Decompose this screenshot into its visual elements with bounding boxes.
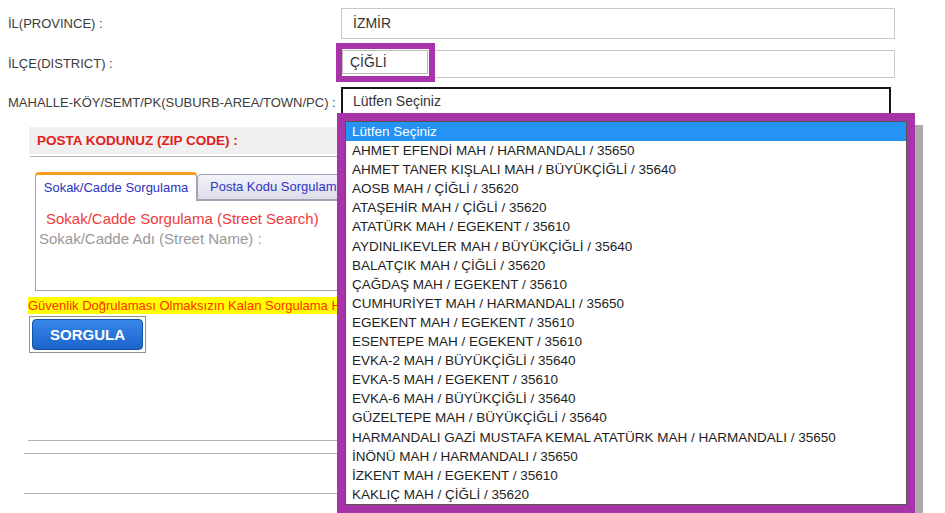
dropdown-option[interactable]: CUMHURİYET MAH / HARMANDALI / 35650 <box>346 294 906 313</box>
dropdown-option[interactable]: ATATÜRK MAH / EGEKENT / 35610 <box>346 217 906 236</box>
dropdown-option[interactable]: KAKLIÇ MAH / ÇİĞLİ / 35620 <box>346 485 906 504</box>
dropdown-option[interactable]: İZKENT MAH / EGEKENT / 35610 <box>346 466 906 485</box>
dropdown-option[interactable]: ATAŞEHİR MAH / ÇİĞLİ / 35620 <box>346 198 906 217</box>
remaining-query-notice: Güvenlik Doğrulaması Olmaksızın Kalan So… <box>28 297 339 314</box>
street-name-label: Sokak/Cadde Adı (Street Name) : <box>39 230 262 247</box>
dropdown-option[interactable]: İNÖNÜ MAH / HARMANDALI / 35650 <box>346 447 906 466</box>
dropdown-option[interactable]: AHMET EFENDİ MAH / HARMANDALI / 35650 <box>346 141 906 160</box>
tab-postal-code-search[interactable]: Posta Kodu Sorgulama <box>197 174 345 200</box>
dropdown-option[interactable]: EVKA-2 MAH / BÜYÜKÇİĞLİ / 35640 <box>346 351 906 370</box>
dropdown-option-selected[interactable]: Lütfen Seçiniz <box>346 122 906 141</box>
postal-code-lookup-page: İL(PROVINCE) : İZMİR İLÇE(DISTRICT) : Çİ… <box>0 0 945 513</box>
dropdown-option[interactable]: ÇAĞDAŞ MAH / EGEKENT / 35610 <box>346 275 906 294</box>
dropdown-option[interactable]: ESENTEPE MAH / EGEKENT / 35610 <box>346 332 906 351</box>
dropdown-option[interactable]: GÜZELTEPE MAH / BÜYÜKÇİĞLİ / 35640 <box>346 408 906 427</box>
dropdown-option[interactable]: EGEKENT MAH / EGEKENT / 35610 <box>346 313 906 332</box>
dropdown-option[interactable]: AYDINLIKEVLER MAH / BÜYÜKÇİĞLİ / 35640 <box>346 237 906 256</box>
dropdown-option[interactable]: AOSB MAH / ÇİĞLİ / 35620 <box>346 179 906 198</box>
province-label: İL(PROVINCE) : <box>8 16 103 31</box>
street-search-heading: Sokak/Cadde Sorgulama (Street Search) <box>46 210 319 227</box>
query-button[interactable]: SORGULA <box>32 319 143 350</box>
suburb-select[interactable]: Lütfen Seçiniz <box>341 87 891 116</box>
query-button-bezel: SORGULA <box>29 316 146 353</box>
suburb-dropdown-annotation: Lütfen Seçiniz AHMET EFENDİ MAH / HARMAN… <box>337 113 915 513</box>
suburb-dropdown-list: Lütfen Seçiniz AHMET EFENDİ MAH / HARMAN… <box>345 121 907 505</box>
suburb-label: MAHALLE-KÖY/SEMT/PK(SUBURB-AREA/TOWN/PC)… <box>8 95 336 110</box>
province-input[interactable]: İZMİR <box>341 8 895 39</box>
district-row-box[interactable] <box>341 50 895 78</box>
dropdown-option[interactable]: BALATÇIK MAH / ÇİĞLİ / 35620 <box>346 256 906 275</box>
tab-street-search[interactable]: Sokak/Cadde Sorgulama <box>35 172 197 201</box>
dropdown-option[interactable]: HARMANDALI GAZİ MUSTAFA KEMAL ATATÜRK MA… <box>346 428 906 447</box>
dropdown-option[interactable]: AHMET TANER KIŞLALI MAH / BÜYÜKÇİĞLİ / 3… <box>346 160 906 179</box>
dropdown-option[interactable]: EVKA-6 MAH / BÜYÜKÇİĞLİ / 35640 <box>346 389 906 408</box>
district-label: İLÇE(DISTRICT) : <box>8 56 113 71</box>
dropdown-option[interactable]: EVKA-5 MAH / EGEKENT / 35610 <box>346 370 906 389</box>
dropdown-option-container: AHMET EFENDİ MAH / HARMANDALI / 35650AHM… <box>346 141 906 504</box>
